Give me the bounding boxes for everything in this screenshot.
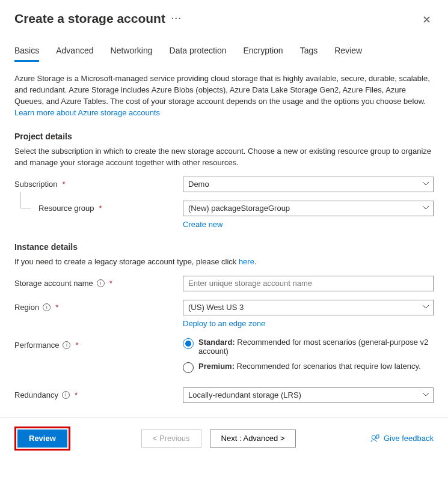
tab-bar: Basics Advanced Networking Data protecti… <box>14 46 434 62</box>
tab-networking[interactable]: Networking <box>111 46 153 62</box>
project-details-desc: Select the subscription in which to crea… <box>14 146 434 168</box>
tab-data-protection[interactable]: Data protection <box>170 46 227 62</box>
footer: Review < Previous Next : Advanced > Give… <box>0 418 448 460</box>
intro-text: Azure Storage is a Microsoft-managed ser… <box>14 73 434 118</box>
tab-basics[interactable]: Basics <box>14 46 39 62</box>
region-select[interactable]: (US) West US 3 <box>183 300 434 315</box>
legacy-here-link[interactable]: here <box>239 257 254 266</box>
previous-button: < Previous <box>141 430 201 448</box>
info-icon[interactable]: i <box>43 303 51 311</box>
tab-advanced[interactable]: Advanced <box>56 46 93 62</box>
chevron-down-icon <box>422 391 429 400</box>
region-value: (US) West US 3 <box>188 303 244 312</box>
storage-account-name-placeholder: Enter unique storage account name <box>188 279 312 288</box>
performance-premium-text: Premium: Recommended for scenarios that … <box>198 362 421 371</box>
info-icon[interactable]: i <box>62 391 70 399</box>
give-feedback-label: Give feedback <box>384 434 434 443</box>
feedback-icon <box>370 434 380 443</box>
resource-group-label: Resource group* <box>14 201 183 213</box>
info-icon[interactable]: i <box>97 279 105 287</box>
storage-account-name-input[interactable]: Enter unique storage account name <box>183 276 434 291</box>
next-button[interactable]: Next : Advanced > <box>210 430 296 448</box>
learn-more-link[interactable]: Learn more about Azure storage accounts <box>14 108 160 117</box>
instance-details-heading: Instance details <box>14 242 434 252</box>
resource-group-select[interactable]: (New) packageStorageGroup <box>183 201 434 216</box>
performance-standard-text: Standard: Recommended for most scenarios… <box>198 338 434 356</box>
project-details-heading: Project details <box>14 132 434 141</box>
storage-account-name-label: Storage account name i * <box>14 276 183 288</box>
page-title-text: Create a storage account <box>14 11 165 26</box>
svg-point-0 <box>372 436 375 439</box>
tab-tags[interactable]: Tags <box>300 46 318 62</box>
performance-premium-radio[interactable]: Premium: Recommended for scenarios that … <box>183 362 434 373</box>
radio-selected-icon <box>183 338 194 349</box>
give-feedback-link[interactable]: Give feedback <box>370 434 434 443</box>
performance-label: Performance i * <box>14 338 183 350</box>
review-button-highlight: Review <box>14 427 70 451</box>
info-icon[interactable]: i <box>63 341 70 349</box>
subscription-select[interactable]: Demo <box>183 177 434 192</box>
chevron-down-icon <box>422 204 429 213</box>
close-icon[interactable]: ✕ <box>420 11 434 29</box>
radio-unselected-icon <box>183 362 194 373</box>
performance-standard-radio[interactable]: Standard: Recommended for most scenarios… <box>183 338 434 356</box>
tab-review[interactable]: Review <box>334 46 362 62</box>
page-title: Create a storage account ··· <box>14 11 182 26</box>
region-label: Region i * <box>14 300 183 312</box>
chevron-down-icon <box>422 180 429 189</box>
deploy-edge-link[interactable]: Deploy to an edge zone <box>183 319 265 328</box>
redundancy-value: Locally-redundant storage (LRS) <box>188 390 301 399</box>
more-actions-icon[interactable]: ··· <box>171 14 182 23</box>
tab-encryption[interactable]: Encryption <box>244 46 283 62</box>
redundancy-label: Redundancy i * <box>14 387 183 399</box>
subscription-value: Demo <box>188 180 209 189</box>
subscription-label: Subscription* <box>14 177 183 189</box>
intro-body: Azure Storage is a Microsoft-managed ser… <box>14 74 430 106</box>
redundancy-select[interactable]: Locally-redundant storage (LRS) <box>183 387 434 403</box>
create-new-link[interactable]: Create new <box>183 220 222 229</box>
review-button[interactable]: Review <box>17 430 67 448</box>
resource-group-value: (New) packageStorageGroup <box>188 204 290 213</box>
legacy-note: If you need to create a legacy storage a… <box>14 257 434 267</box>
chevron-down-icon <box>422 303 429 312</box>
